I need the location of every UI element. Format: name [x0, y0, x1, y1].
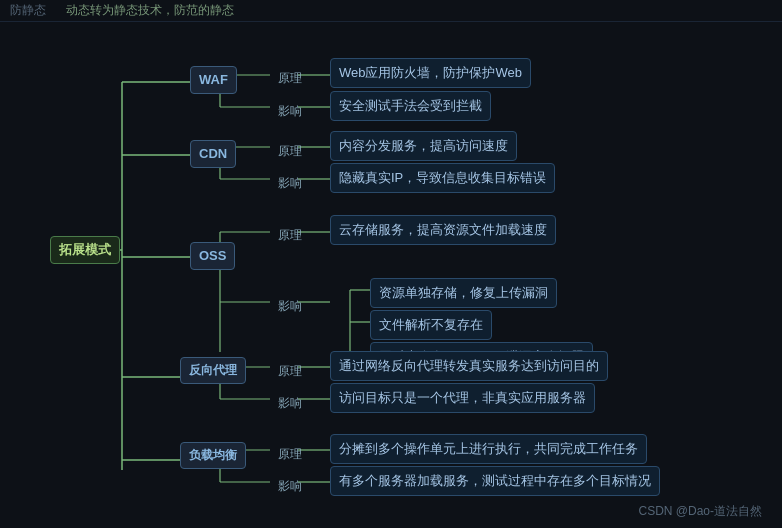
- cdn-ying-label: 影响: [270, 171, 310, 196]
- cdn-ying-content: 隐藏真实IP，导致信息收集目标错误: [330, 163, 555, 193]
- top-bar-right: 动态转为静态技术，防范的静态: [66, 2, 234, 19]
- oss-yuan-label: 原理: [270, 223, 310, 248]
- fzjh-ying-label: 影响: [270, 474, 310, 499]
- cdn-node: CDN: [190, 140, 236, 168]
- top-bar-left: 防静态: [10, 2, 46, 19]
- fzjh-ying-content: 有多个服务器加载服务，测试过程中存在多个目标情况: [330, 466, 660, 496]
- oss-yuan-content: 云存储服务，提高资源文件加载速度: [330, 215, 556, 245]
- fxdl-yuan-content: 通过网络反向代理转发真实服务达到访问目的: [330, 351, 608, 381]
- waf-ying-content: 安全测试手法会受到拦截: [330, 91, 491, 121]
- cdn-yuan-content: 内容分发服务，提高访问速度: [330, 131, 517, 161]
- fzjh-node: 负载均衡: [180, 442, 246, 469]
- footer: CSDN @Dao-道法自然: [638, 503, 762, 520]
- oss-ying-label: 影响: [270, 294, 310, 319]
- top-bar: 防静态 动态转为静态技术，防范的静态: [0, 0, 782, 22]
- waf-node: WAF: [190, 66, 237, 94]
- waf-yuan-label: 原理: [270, 66, 310, 91]
- cdn-yuan-label: 原理: [270, 139, 310, 164]
- fzjh-yuan-label: 原理: [270, 442, 310, 467]
- waf-label: WAF: [199, 72, 228, 87]
- root-label: 拓展模式: [59, 242, 111, 257]
- fxdl-ying-content: 访问目标只是一个代理，非真实应用服务器: [330, 383, 595, 413]
- root-node: 拓展模式: [50, 236, 120, 264]
- oss-label: OSS: [199, 248, 226, 263]
- cdn-label: CDN: [199, 146, 227, 161]
- oss-node: OSS: [190, 242, 235, 270]
- diagram-container: 拓展模式 WAF 原理 Web应用防火墙，防护保护Web 影响 安全测试手法会受…: [0, 22, 782, 512]
- fxdl-label: 反向代理: [189, 363, 237, 377]
- fzjh-yuan-content: 分摊到多个操作单元上进行执行，共同完成工作任务: [330, 434, 647, 464]
- fxdl-ying-label: 影响: [270, 391, 310, 416]
- fxdl-yuan-label: 原理: [270, 359, 310, 384]
- oss-sub1: 资源单独存储，修复上传漏洞: [370, 278, 557, 308]
- waf-ying-label: 影响: [270, 99, 310, 124]
- fxdl-node: 反向代理: [180, 357, 246, 384]
- fzjh-label: 负载均衡: [189, 448, 237, 462]
- oss-sub2: 文件解析不复存在: [370, 310, 492, 340]
- waf-yuan-content: Web应用防火墙，防护保护Web: [330, 58, 531, 88]
- footer-text: CSDN @Dao-道法自然: [638, 504, 762, 518]
